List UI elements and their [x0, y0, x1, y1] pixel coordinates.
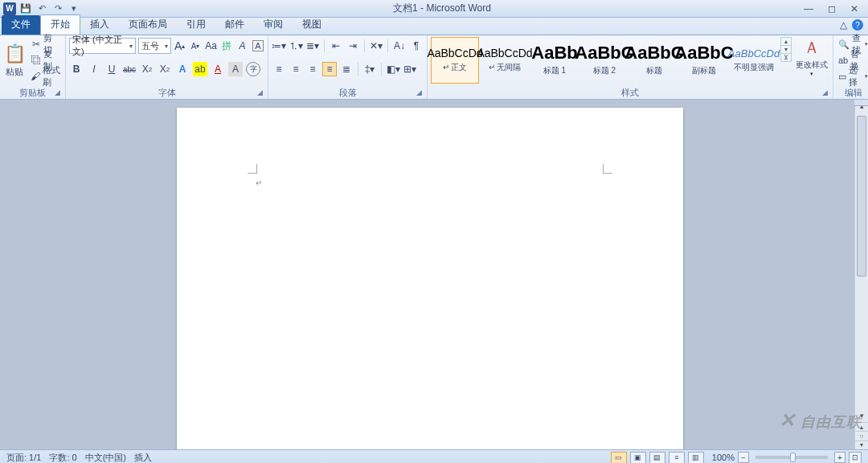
enclosed-char-button[interactable]: 字: [246, 62, 260, 76]
window-close[interactable]: ✕: [850, 3, 858, 14]
status-page[interactable]: 页面: 1/1: [6, 452, 41, 464]
qat-save[interactable]: 💾: [19, 2, 32, 15]
underline-button[interactable]: U: [104, 62, 119, 76]
align-right-button[interactable]: ≡: [305, 62, 320, 76]
show-marks-button[interactable]: ¶: [409, 39, 424, 53]
tab-page-layout[interactable]: 页面布局: [119, 15, 177, 35]
shrink-font-button[interactable]: A▾: [189, 39, 202, 53]
text-effects-button[interactable]: A: [175, 62, 190, 76]
style-item-2[interactable]: AaBb标题 1: [530, 37, 579, 84]
change-styles-button[interactable]: Ａ 更改样式 ▾: [794, 37, 829, 77]
window-maximize[interactable]: ◻: [828, 3, 836, 14]
superscript-button[interactable]: X2: [158, 62, 172, 76]
qat-customize[interactable]: ▾: [68, 2, 80, 15]
style-item-6[interactable]: AaBbCcDd不明显强调: [730, 37, 778, 84]
styles-label: 样式: [621, 87, 639, 99]
scroll-thumb[interactable]: [857, 116, 866, 277]
view-web-layout[interactable]: ▤: [649, 452, 665, 464]
vertical-scrollbar[interactable]: ▴ ▾ ▴ ○ ▾: [854, 100, 868, 449]
bullets-button[interactable]: ≔▾: [272, 39, 286, 53]
subscript-button[interactable]: X2: [140, 62, 154, 76]
increase-indent-button[interactable]: ⇥: [346, 39, 360, 53]
tab-mailings[interactable]: 邮件: [215, 15, 254, 35]
group-clipboard: 📋 粘贴 ✂剪切 ⿻复制 🖌格式刷 剪贴板◢: [0, 35, 66, 99]
next-page[interactable]: ▾: [855, 440, 868, 449]
view-print-layout[interactable]: ▭: [611, 452, 627, 464]
view-outline[interactable]: ≡: [669, 452, 685, 464]
font-color-button[interactable]: A: [211, 62, 225, 76]
window-minimize[interactable]: —: [804, 3, 813, 14]
style-item-4[interactable]: AaBbC标题: [630, 37, 678, 84]
tab-view[interactable]: 视图: [293, 15, 331, 35]
justify-button[interactable]: ≡: [322, 62, 337, 76]
phonetic-guide-button[interactable]: 拼: [220, 39, 233, 53]
gallery-expand[interactable]: ⊻: [781, 54, 791, 61]
gallery-down[interactable]: ▾: [781, 46, 791, 54]
style-item-1[interactable]: AaBbCcDd↵ 无间隔: [481, 37, 529, 84]
change-styles-icon: Ａ: [804, 37, 820, 59]
italic-button[interactable]: I: [87, 62, 101, 76]
style-item-5[interactable]: AaBbC副标题: [680, 37, 728, 84]
multilevel-list-button[interactable]: ≣▾: [305, 39, 320, 53]
ribbon-minimize-icon[interactable]: △: [840, 19, 847, 31]
bold-button[interactable]: B: [69, 62, 84, 76]
sort-button[interactable]: A↓: [392, 39, 407, 53]
align-center-button[interactable]: ≡: [289, 62, 303, 76]
numbering-button[interactable]: ⒈▾: [289, 39, 303, 53]
help-icon[interactable]: ?: [852, 19, 863, 31]
tab-references[interactable]: 引用: [177, 15, 215, 35]
brush-icon: 🖌: [31, 71, 40, 82]
strikethrough-button[interactable]: abc: [122, 62, 137, 76]
style-item-0[interactable]: AaBbCcDd↵ 正文: [431, 37, 479, 84]
zoom-level[interactable]: 100%: [712, 453, 735, 462]
clear-format-button[interactable]: A: [235, 39, 248, 53]
select-button[interactable]: ▭选择▾: [837, 69, 868, 84]
gallery-up[interactable]: ▴: [781, 38, 791, 46]
status-word-count[interactable]: 字数: 0: [49, 452, 76, 464]
zoom-fit[interactable]: ⊡: [849, 452, 862, 464]
char-shading-button[interactable]: A: [228, 62, 243, 76]
line-spacing-button[interactable]: ‡▾: [362, 62, 377, 76]
tab-insert[interactable]: 插入: [80, 15, 119, 35]
clipboard-launcher[interactable]: ◢: [55, 88, 60, 96]
zoom-knob[interactable]: [790, 453, 796, 462]
view-draft[interactable]: ▥: [688, 452, 704, 464]
style-item-3[interactable]: AaBbC标题 2: [580, 37, 628, 84]
asian-layout-button[interactable]: ✕▾: [369, 39, 383, 53]
format-painter-button[interactable]: 🖌格式刷: [29, 69, 62, 84]
zoom-slider[interactable]: [755, 456, 828, 459]
window-title: 文档1 - Microsoft Word: [80, 2, 804, 15]
paste-button[interactable]: 📋 粘贴: [3, 37, 27, 84]
paragraph-launcher[interactable]: ◢: [416, 88, 422, 96]
status-insert-mode[interactable]: 插入: [134, 452, 152, 464]
borders-button[interactable]: ⊞▾: [403, 62, 417, 76]
font-name-combo[interactable]: 宋体 (中文正文)▾: [69, 38, 136, 54]
qat-undo[interactable]: ↶: [35, 2, 48, 15]
align-left-button[interactable]: ≡: [272, 62, 286, 76]
change-case-button[interactable]: Aa: [204, 39, 218, 53]
highlight-button[interactable]: ab: [193, 62, 207, 76]
font-launcher[interactable]: ◢: [257, 88, 263, 96]
zoom-out[interactable]: −: [738, 452, 749, 463]
tab-file[interactable]: 文件: [2, 15, 40, 35]
shading-button[interactable]: ◧▾: [386, 62, 400, 76]
grow-font-button[interactable]: A▴: [174, 39, 186, 53]
editing-label: 编辑: [845, 87, 862, 99]
styles-launcher[interactable]: ◢: [822, 88, 828, 96]
split-handle[interactable]: [854, 100, 868, 106]
zoom-in[interactable]: +: [834, 452, 845, 463]
qat-redo[interactable]: ↷: [51, 2, 64, 15]
document-page[interactable]: ↵: [177, 108, 683, 449]
margin-mark-tl: [248, 164, 257, 174]
tab-review[interactable]: 审阅: [254, 15, 293, 35]
view-full-screen[interactable]: ▣: [630, 452, 646, 464]
group-styles: AaBbCcDd↵ 正文AaBbCcDd↵ 无间隔AaBb标题 1AaBbC标题…: [428, 35, 833, 99]
char-border-button[interactable]: A: [252, 39, 264, 53]
font-size-combo[interactable]: 五号▾: [138, 38, 170, 54]
browse-object[interactable]: ○: [855, 431, 868, 440]
decrease-indent-button[interactable]: ⇤: [329, 39, 343, 53]
paragraph-label: 段落: [339, 87, 357, 99]
status-language[interactable]: 中文(中国): [85, 452, 126, 464]
distribute-button[interactable]: ≣: [339, 62, 354, 76]
styles-gallery-more[interactable]: ▴ ▾ ⊻: [780, 37, 792, 62]
